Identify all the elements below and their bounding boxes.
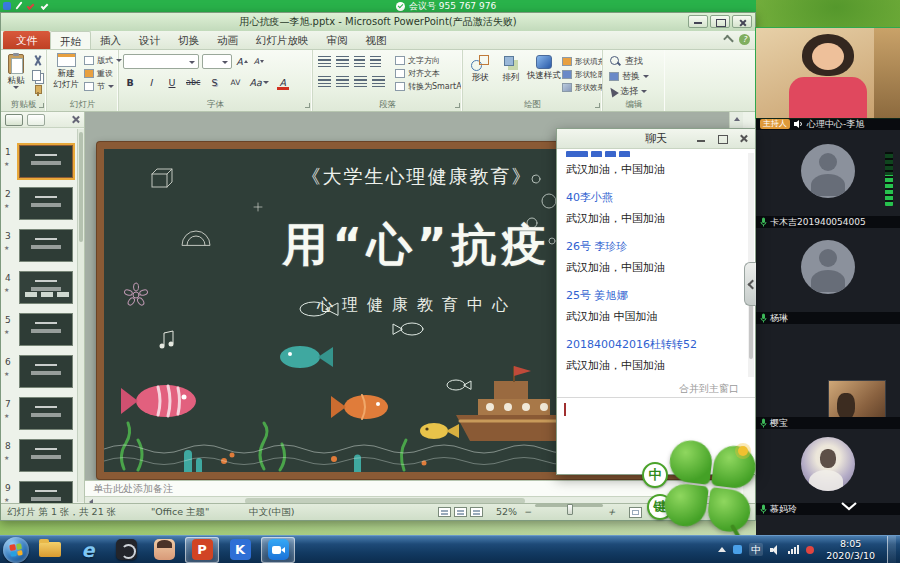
participant-tile[interactable] (756, 429, 900, 503)
character-spacing-icon[interactable]: AV (228, 75, 242, 89)
change-case-icon[interactable]: Aa (249, 75, 268, 89)
chat-maximize-icon[interactable] (717, 133, 728, 144)
format-painter-icon[interactable] (32, 85, 43, 96)
quick-styles-button[interactable]: 快速样式 (527, 55, 561, 80)
slide-thumbnail-8[interactable]: 8★ (1, 438, 77, 476)
minimize-ribbon-icon[interactable] (723, 34, 734, 45)
cut-icon[interactable] (32, 55, 43, 66)
shrink-font-icon[interactable]: A (252, 55, 266, 69)
participant-tile[interactable] (756, 515, 900, 535)
tab-view[interactable]: 视图 (357, 31, 396, 49)
chat-close-icon[interactable] (738, 133, 749, 144)
zoom-in-icon[interactable]: + (607, 508, 616, 517)
tab-slideshow[interactable]: 幻灯片放映 (247, 31, 318, 49)
host-video-tile[interactable] (756, 28, 900, 118)
convert-smartart-button[interactable]: 转换为SmartArt (395, 80, 461, 93)
new-slide-button[interactable]: 新建 幻灯片 (50, 53, 82, 89)
slide-thumbnail-5[interactable]: 5★ (1, 312, 77, 350)
slide-thumbnail-1[interactable]: 1★ (1, 144, 77, 182)
decrease-indent-icon[interactable] (354, 56, 365, 67)
slide-thumbnail-4[interactable]: 4★ (1, 270, 77, 308)
slide-thumbnail-6[interactable]: 6★ (1, 354, 77, 392)
panel-collapse-handle[interactable] (744, 262, 756, 306)
window-titlebar[interactable]: 用心抗疫—李旭.pptx - Microsoft PowerPoint(产品激活… (1, 13, 755, 31)
slide-thumbnail-3[interactable]: 3★ (1, 228, 77, 266)
chat-messages[interactable]: 武汉加油，中国加油 40李小燕 武汉加油，中国加油 26号 李珍珍 武汉加油，中… (557, 149, 747, 381)
taskbar-meeting[interactable] (261, 537, 295, 563)
start-button[interactable] (3, 537, 29, 563)
font-dialog-launcher[interactable] (305, 103, 310, 108)
find-button[interactable]: 查找 (609, 54, 649, 69)
slide-sorter-icon[interactable] (454, 507, 467, 517)
align-center-icon[interactable] (336, 76, 349, 87)
chat-minimize-icon[interactable] (696, 133, 707, 144)
tab-transitions[interactable]: 切换 (169, 31, 208, 49)
paragraph-dialog-launcher[interactable] (455, 103, 460, 108)
text-shadow-icon[interactable]: S (207, 75, 221, 89)
bullets-icon[interactable] (318, 56, 331, 67)
clipboard-dialog-launcher[interactable] (39, 103, 44, 108)
paste-button[interactable]: 粘贴 (3, 54, 29, 89)
participant-tile[interactable] (756, 324, 900, 417)
shape-outline-button[interactable]: 形状轮廓 (562, 68, 602, 81)
reset-button[interactable]: 重设 (84, 67, 122, 80)
taskbar-powerpoint[interactable]: P (185, 537, 219, 563)
increase-indent-icon[interactable] (370, 56, 381, 67)
annotation-icon[interactable] (3, 2, 11, 10)
outline-tab-icon[interactable] (27, 114, 45, 126)
volume-icon[interactable] (770, 545, 781, 555)
tray-app-icon[interactable] (733, 545, 742, 554)
layout-button[interactable]: 版式 (84, 54, 122, 67)
reading-view-icon[interactable] (470, 507, 483, 517)
shapes-button[interactable]: 形状 (465, 55, 495, 82)
font-size-combo[interactable] (202, 54, 232, 69)
minimize-button[interactable] (688, 15, 708, 28)
maximize-button[interactable] (710, 15, 730, 28)
close-button[interactable] (732, 15, 752, 28)
shape-fill-button[interactable]: 形状填充 (562, 55, 602, 68)
tab-review[interactable]: 审阅 (318, 31, 357, 49)
ime-widget[interactable]: 中 键 (636, 440, 758, 540)
align-left-icon[interactable] (318, 76, 331, 87)
slide-thumbnail-2[interactable]: 2★ (1, 186, 77, 224)
shape-effects-button[interactable]: 形状效果 (562, 81, 602, 94)
notification-dot-icon[interactable] (806, 546, 814, 554)
tab-animations[interactable]: 动画 (208, 31, 247, 49)
text-direction-button[interactable]: 文字方向 (395, 54, 461, 67)
tab-home[interactable]: 开始 (50, 31, 91, 49)
taskbar-explorer[interactable] (33, 537, 67, 563)
taskbar-clock[interactable]: 8:05 2020/3/10 (826, 538, 875, 562)
chevron-down-icon[interactable] (840, 501, 858, 511)
underline-icon[interactable]: U (165, 75, 179, 89)
taskbar-app-dark[interactable] (109, 537, 143, 563)
strikethrough-icon[interactable]: abc (186, 75, 200, 89)
help-icon[interactable] (739, 34, 750, 45)
drawing-dialog-launcher[interactable] (595, 103, 600, 108)
zoom-out-icon[interactable]: − (523, 508, 532, 517)
tab-insert[interactable]: 插入 (91, 31, 130, 49)
tab-file[interactable]: 文件 (3, 31, 50, 49)
select-button[interactable]: 选择 (609, 84, 649, 99)
zoom-slider[interactable] (535, 504, 603, 507)
show-desktop-button[interactable] (887, 536, 896, 563)
ime-tray-icon[interactable]: 中 (749, 543, 763, 556)
numbering-icon[interactable] (336, 56, 349, 67)
slide-thumbnail-7[interactable]: 7★ (1, 396, 77, 434)
normal-view-icon[interactable] (438, 507, 451, 517)
participant-tile[interactable] (756, 228, 900, 312)
close-panel-icon[interactable] (71, 115, 80, 124)
merge-to-main-link[interactable]: 合并到主窗口 (679, 382, 739, 396)
participant-tile[interactable] (756, 130, 900, 216)
hidden-icons-arrow[interactable] (718, 547, 726, 552)
language-indicator[interactable]: 中文(中国) (249, 504, 294, 520)
taskbar-app-portrait[interactable] (147, 537, 181, 563)
taskbar-ie[interactable]: e (71, 537, 105, 563)
grow-font-icon[interactable]: A (235, 55, 249, 69)
thumbnail-scrollbar[interactable] (77, 129, 84, 502)
taskbar-app-k[interactable]: K (223, 537, 257, 563)
font-color-icon[interactable]: A (276, 75, 290, 89)
network-icon[interactable] (788, 545, 799, 554)
bold-icon[interactable]: B (123, 75, 137, 89)
font-name-combo[interactable] (123, 54, 199, 69)
align-right-icon[interactable] (354, 76, 367, 87)
